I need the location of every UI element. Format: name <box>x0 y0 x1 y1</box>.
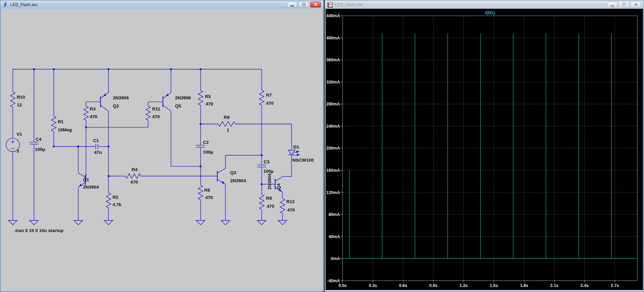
waveform-window-controls <box>607 2 644 7</box>
close-icon <box>634 3 638 6</box>
x-axis-label: 2.7s <box>611 283 619 288</box>
component-label: R6 <box>204 188 210 193</box>
y-axis-label: 400mA <box>326 36 340 40</box>
component-label: R10 <box>17 95 25 100</box>
junction-dot <box>53 68 55 70</box>
spice-directive: .tran 0 10 0 10u startup <box>14 228 64 233</box>
component-label: V1 <box>16 132 22 137</box>
waveform-window-title: LED_Flash.raw <box>335 2 363 7</box>
component-label: 2N3904 <box>230 178 246 183</box>
component-label: C3 <box>264 159 269 164</box>
component-label: R12 <box>286 199 295 204</box>
minimize-button[interactable] <box>287 2 297 7</box>
waveform-titlebar[interactable]: LED_Flash.raw <box>325 0 644 9</box>
component-label: C4 <box>36 137 42 142</box>
junction-dot <box>33 68 35 70</box>
component-label: R8 <box>266 196 272 201</box>
maximize-button[interactable] <box>619 2 629 7</box>
component-label: 10Meg <box>58 127 72 132</box>
y-axis-label: 120mA <box>326 190 340 195</box>
component-label: 470 <box>287 207 295 213</box>
component-label: Q5 <box>175 103 181 108</box>
component-label: Q2 <box>113 103 119 108</box>
maximize-icon <box>302 3 305 6</box>
component-label: R3 <box>90 106 95 111</box>
component-label: R2 <box>112 195 118 200</box>
junction-dot <box>85 127 87 128</box>
close-icon <box>314 3 317 6</box>
component-label: 2N3906 <box>175 95 191 100</box>
waveform-plot-pane[interactable]: 440mA400mA360mA320mA280mA240mA200mA160mA… <box>326 9 643 290</box>
schematic-canvas[interactable]: R1012V13C4100µR110MegR34702N3906Q2C147nQ… <box>1 9 323 290</box>
component-label: C2 <box>203 140 209 145</box>
x-axis-label: 1.8s <box>520 283 528 288</box>
junction-dot <box>170 68 172 70</box>
junction-dot <box>77 146 79 148</box>
component-label: Q1 <box>83 177 89 182</box>
close-button[interactable] <box>310 2 321 7</box>
minimize-icon <box>291 5 294 6</box>
component-label: 100µ <box>203 150 213 155</box>
y-axis-label: 200mA <box>326 146 340 151</box>
component-label: Q4 <box>276 183 281 189</box>
plot-title: I(D1) <box>485 10 495 15</box>
x-axis-label: 2.4s <box>580 283 588 288</box>
component-label: 470 <box>206 101 213 106</box>
component-label: 12 <box>17 102 22 107</box>
maximize-icon <box>622 3 625 6</box>
y-axis-label: 240mA <box>326 124 340 129</box>
y-axis-label: 360mA <box>326 58 340 62</box>
component-label: 470 <box>205 195 213 200</box>
component-label: D1 <box>293 144 299 150</box>
component-label: R9 <box>224 115 230 120</box>
x-axis-label: 1.2s <box>460 283 468 288</box>
maximize-button[interactable] <box>299 2 309 7</box>
junction-dot <box>108 68 109 70</box>
x-axis-label: 0.3s <box>369 283 377 288</box>
component-label: 470 <box>266 101 273 106</box>
y-axis-label: 320mA <box>326 80 340 85</box>
junction-dot <box>200 165 201 167</box>
x-axis-label: 0.9s <box>429 283 437 288</box>
component-label: 470 <box>267 204 274 209</box>
junction-dot <box>200 123 201 125</box>
y-axis-label: 280mA <box>326 102 340 106</box>
y-axis-label: 0mA <box>331 256 340 261</box>
component-label: 470 <box>90 114 97 119</box>
y-axis-label: 40mA <box>329 234 340 239</box>
component-label: 100µ <box>263 169 273 174</box>
component-label: NSCW100 <box>292 158 314 163</box>
minimize-button[interactable] <box>607 2 617 7</box>
junction-dot <box>108 175 109 177</box>
junction-dot <box>200 68 201 70</box>
close-button[interactable] <box>631 2 641 7</box>
schematic-titlebar[interactable]: LED_Flash.asc <box>0 0 324 9</box>
component-label: R5 <box>205 94 211 99</box>
component-label: C1 <box>93 138 99 143</box>
schematic-drawing: R1012V13C4100µR110MegR34702N3906Q2C147nQ… <box>1 9 323 290</box>
waveform-window: LED_Flash.raw 440mA400mA360mA320mA280mA2… <box>325 0 644 292</box>
junction-dot <box>108 146 109 148</box>
junction-dot <box>261 183 263 185</box>
component-label: Q3 <box>230 170 236 175</box>
waveform-plot: 440mA400mA360mA320mA280mA240mA200mA160mA… <box>326 9 643 290</box>
component-label: R7 <box>266 93 272 98</box>
x-axis-label: 0.0s <box>339 283 347 288</box>
junction-dot <box>53 146 55 148</box>
component-label: 4.7k <box>112 202 122 207</box>
component-label: 470 <box>152 114 160 119</box>
y-axis-label: 440mA <box>326 13 340 18</box>
component-label: 2N3904 <box>267 173 272 190</box>
component-label: 1 <box>227 128 230 133</box>
component-label: R4 <box>132 167 138 172</box>
component-label: 100µ <box>35 147 45 152</box>
component-label: 2N3904 <box>83 185 99 190</box>
y-axis-label: -40mA <box>327 279 340 283</box>
y-axis-label: 80mA <box>329 212 340 217</box>
junction-dot <box>261 154 263 156</box>
y-axis-label: 160mA <box>326 168 340 173</box>
component-label: 2N3906 <box>113 95 129 100</box>
schematic-window: LED_Flash.asc R1012V13C4100µR110MegR3470… <box>0 0 324 292</box>
component-label: 470 <box>130 180 138 185</box>
ltspice-workspace: LED_Flash.asc R1012V13C4100µR110MegR3470… <box>0 0 644 292</box>
